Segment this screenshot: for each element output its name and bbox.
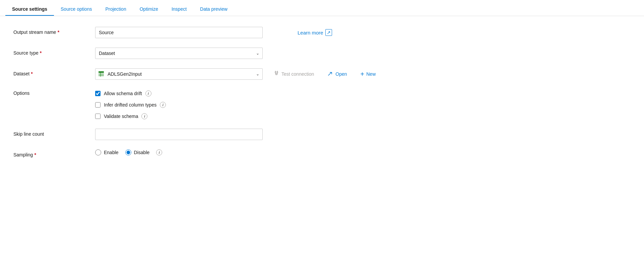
tab-projection[interactable]: Projection [99, 2, 133, 16]
sampling-enable-radio[interactable] [95, 149, 101, 155]
required-star-source-type: * [40, 50, 42, 56]
validate-schema-checkbox[interactable] [95, 114, 101, 119]
new-button[interactable]: + New [358, 69, 379, 79]
sampling-row: Sampling * Enable Disable i [13, 149, 631, 157]
open-icon [327, 71, 333, 78]
dataset-row: Dataset * ADLSGen2Input ⌄ [13, 68, 631, 80]
sampling-controls: Enable Disable i [95, 149, 631, 155]
tab-inspect[interactable]: Inspect [165, 2, 193, 16]
dataset-label: Dataset * [13, 68, 87, 76]
plug-icon [273, 70, 279, 76]
external-link-icon: ↗ [325, 29, 332, 36]
required-star-sampling: * [34, 152, 36, 157]
main-container: Source settings Source options Projectio… [0, 0, 644, 263]
dataset-select-wrapper: ADLSGen2Input ⌄ [95, 68, 263, 80]
options-label: Options [13, 89, 87, 96]
tab-optimize[interactable]: Optimize [133, 2, 165, 16]
infer-drifted-info-icon: i [160, 102, 166, 108]
output-stream-name-input[interactable] [95, 27, 263, 38]
source-type-select-wrapper: Dataset Inline ⌄ [95, 48, 263, 59]
tab-source-options[interactable]: Source options [54, 2, 99, 16]
sampling-disable-option[interactable]: Disable [125, 149, 150, 155]
validate-schema-label[interactable]: Validate schema [104, 114, 138, 119]
tab-source-settings[interactable]: Source settings [5, 2, 54, 16]
options-row: Options Allow schema drift i Infer drift… [13, 89, 631, 119]
dataset-controls: ADLSGen2Input ⌄ Test connection [95, 68, 631, 80]
output-stream-name-controls: Learn more ↗ [95, 27, 631, 38]
required-star-dataset: * [31, 71, 33, 76]
open-button[interactable]: Open [325, 69, 349, 79]
allow-schema-drift-checkbox[interactable] [95, 91, 101, 96]
allow-schema-drift-label[interactable]: Allow schema drift [104, 91, 142, 96]
tab-bar: Source settings Source options Projectio… [0, 0, 644, 16]
sampling-disable-radio[interactable] [125, 149, 131, 155]
infer-drifted-label[interactable]: Infer drifted column types [104, 102, 156, 108]
validate-schema-row: Validate schema i [95, 113, 166, 119]
skip-line-count-label: Skip line count [13, 129, 87, 137]
test-connection-button[interactable]: Test connection [271, 69, 317, 79]
required-star-output: * [58, 29, 59, 35]
source-type-select[interactable]: Dataset Inline [95, 48, 263, 59]
test-connection-icon [273, 70, 279, 78]
sampling-info-icon: i [156, 149, 162, 155]
sampling-enable-option[interactable]: Enable [95, 149, 119, 155]
allow-schema-drift-info-icon: i [145, 90, 151, 96]
skip-line-count-input[interactable] [95, 129, 263, 140]
skip-line-count-row: Skip line count [13, 129, 631, 140]
source-type-row: Source type * Dataset Inline ⌄ [13, 48, 631, 59]
infer-drifted-checkbox[interactable] [95, 102, 101, 108]
options-controls: Allow schema drift i Infer drifted colum… [95, 89, 166, 119]
new-plus-icon: + [361, 70, 365, 78]
learn-more-link[interactable]: Learn more ↗ [298, 29, 332, 36]
form-content: Output stream name * Learn more ↗ Source… [0, 16, 644, 168]
output-stream-name-label: Output stream name * [13, 27, 87, 35]
source-type-label: Source type * [13, 48, 87, 56]
dataset-select[interactable]: ADLSGen2Input [95, 68, 263, 80]
skip-line-count-controls [95, 129, 631, 140]
sampling-label: Sampling * [13, 149, 87, 157]
source-type-controls: Dataset Inline ⌄ [95, 48, 631, 59]
infer-drifted-row: Infer drifted column types i [95, 102, 166, 108]
tab-data-preview[interactable]: Data preview [193, 2, 234, 16]
validate-schema-info-icon: i [141, 113, 147, 119]
output-stream-name-row: Output stream name * Learn more ↗ [13, 27, 631, 38]
allow-schema-drift-row: Allow schema drift i [95, 90, 166, 96]
sampling-radio-group: Enable Disable i [95, 149, 162, 155]
